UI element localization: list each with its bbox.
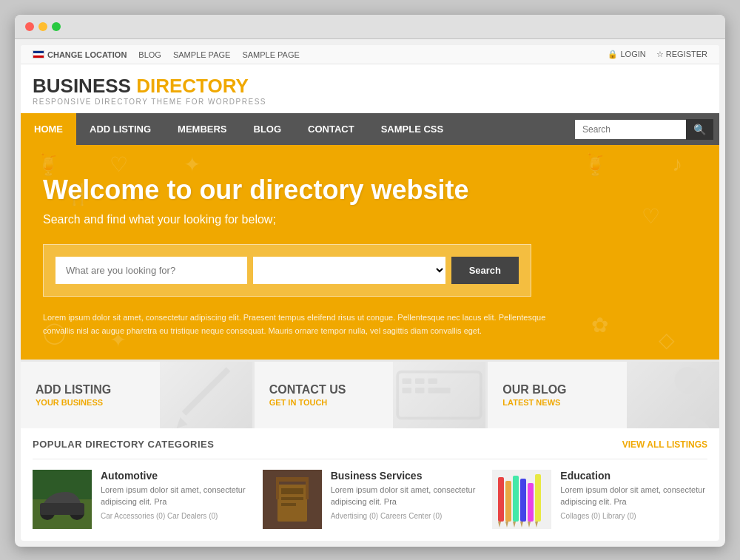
directory-header: POPULAR DIRECTORY CATEGORIES VIEW ALL LI… bbox=[33, 428, 707, 459]
hero-section: 🍹 ♡ ✦ 🍴 🍹 ♪ ♡ ◯ ✦ ◇ ✿ Welcome to our dir… bbox=[21, 145, 719, 360]
category-info-business: Business Services Lorem ipsum dolor sit … bbox=[331, 470, 478, 529]
category-tags-business: Advertising (0) Careers Center (0) bbox=[331, 512, 478, 520]
login-link[interactable]: 🔒 LOGIN bbox=[608, 50, 645, 59]
feature-card-title-2: OUR BLOG bbox=[502, 383, 566, 397]
category-education: Education Lorem ipsum dolor sit amet, co… bbox=[492, 470, 707, 529]
category-name-automotive: Automotive bbox=[101, 470, 248, 482]
deco-heart-icon: ♡ bbox=[110, 152, 128, 177]
directory-section: POPULAR DIRECTORY CATEGORIES VIEW ALL LI… bbox=[21, 428, 719, 541]
svg-rect-27 bbox=[520, 479, 526, 522]
maximize-button[interactable] bbox=[52, 22, 61, 31]
deco-music-icon: ♪ bbox=[672, 152, 682, 176]
directory-header-title: POPULAR DIRECTORY CATEGORIES bbox=[33, 439, 214, 450]
svg-rect-28 bbox=[528, 483, 534, 522]
browser-buttons bbox=[25, 22, 61, 31]
change-location[interactable]: CHANGE LOCATION bbox=[33, 50, 127, 59]
svg-rect-17 bbox=[281, 488, 303, 494]
nav-blog[interactable]: BLOG bbox=[240, 113, 295, 145]
top-bar: CHANGE LOCATION BLOG SAMPLE PAGE SAMPLE … bbox=[21, 45, 719, 64]
flag-icon bbox=[33, 50, 44, 58]
svg-rect-29 bbox=[535, 474, 541, 522]
hero-search-button[interactable]: Search bbox=[451, 257, 519, 284]
logo-tagline: RESPONSIVE DIRECTORY THEME FOR WORDPRESS bbox=[33, 98, 707, 106]
hero-search-input[interactable] bbox=[56, 257, 247, 284]
feature-card-our-blog[interactable]: OUR BLOG LATEST NEWS bbox=[488, 362, 719, 428]
feature-card-subtitle-1: GET IN TOUCH bbox=[269, 398, 346, 407]
svg-rect-5 bbox=[428, 379, 438, 385]
deco-cocktail-icon: 🍹 bbox=[36, 152, 61, 177]
category-desc-education: Lorem ipsum dolor sit amet, consectetur … bbox=[560, 485, 707, 507]
register-link[interactable]: ☆ REGISTER bbox=[656, 50, 707, 59]
close-button[interactable] bbox=[25, 22, 34, 31]
category-name-business: Business Services bbox=[331, 470, 478, 482]
svg-rect-24 bbox=[498, 477, 504, 522]
site-header: BUSINESS DIRECTORY RESPONSIVE DIRECTORY … bbox=[21, 64, 719, 113]
category-tags-automotive: Car Accessories (0) Car Dealers (0) bbox=[101, 512, 248, 520]
svg-rect-7 bbox=[415, 388, 425, 394]
svg-rect-18 bbox=[281, 497, 303, 500]
svg-marker-1 bbox=[176, 417, 187, 428]
feature-card-text-1: CONTACT US GET IN TOUCH bbox=[269, 383, 346, 407]
category-automotive: Automotive Lorem ipsum dolor sit amet, c… bbox=[33, 470, 248, 529]
feature-card-contact-us[interactable]: CONTACT US GET IN TOUCH bbox=[255, 362, 488, 428]
nav-search: 🔍 bbox=[575, 119, 713, 140]
category-info-education: Education Lorem ipsum dolor sit amet, co… bbox=[560, 470, 707, 529]
hero-search-box: Search bbox=[43, 244, 531, 297]
feature-card-title-1: CONTACT US bbox=[269, 383, 346, 397]
change-location-label: CHANGE LOCATION bbox=[47, 50, 127, 59]
hero-subtitle: Search and find what your looking for be… bbox=[43, 213, 697, 226]
svg-point-9 bbox=[674, 367, 701, 394]
category-desc-automotive: Lorem ipsum dolor sit amet, consectetur … bbox=[101, 485, 248, 507]
card-bg-keyboard bbox=[393, 362, 485, 428]
feature-cards: ADD LISTING YOUR BUSINESS bbox=[21, 360, 719, 428]
feature-card-add-listing[interactable]: ADD LISTING YOUR BUSINESS bbox=[21, 362, 255, 428]
feature-card-subtitle-2: LATEST NEWS bbox=[502, 398, 566, 407]
category-image-education bbox=[492, 470, 551, 529]
svg-rect-3 bbox=[403, 379, 412, 385]
category-image-automotive bbox=[33, 470, 92, 529]
svg-rect-19 bbox=[281, 503, 296, 506]
feature-card-text-0: ADD LISTING YOUR BUSINESS bbox=[36, 383, 111, 407]
logo-business: BUSINESS bbox=[33, 75, 131, 97]
nav-search-input[interactable] bbox=[575, 120, 686, 139]
logo-text: BUSINESS DIRECTORY bbox=[33, 76, 707, 95]
hero-lorem-text: Lorem ipsum dolor sit amet, consectetur … bbox=[43, 311, 561, 337]
nav-home[interactable]: HOME bbox=[21, 113, 76, 145]
category-desc-business: Lorem ipsum dolor sit amet, consectetur … bbox=[331, 485, 478, 507]
svg-rect-14 bbox=[40, 503, 84, 515]
logo-directory: DIRECTORY bbox=[136, 75, 249, 97]
browser-window: CHANGE LOCATION BLOG SAMPLE PAGE SAMPLE … bbox=[15, 15, 725, 547]
topbar-sample-page-link-1[interactable]: SAMPLE PAGE bbox=[173, 50, 230, 59]
minimize-button[interactable] bbox=[38, 22, 47, 31]
card-bg-pen bbox=[160, 362, 252, 428]
site-logo: BUSINESS DIRECTORY RESPONSIVE DIRECTORY … bbox=[33, 76, 707, 106]
category-name-education: Education bbox=[560, 470, 707, 482]
browser-content: CHANGE LOCATION BLOG SAMPLE PAGE SAMPLE … bbox=[21, 45, 719, 541]
feature-card-text-2: OUR BLOG LATEST NEWS bbox=[502, 383, 566, 407]
nav-items: HOME ADD LISTING MEMBERS BLOG CONTACT SA… bbox=[21, 113, 569, 145]
svg-line-0 bbox=[184, 369, 228, 414]
category-info-automotive: Automotive Lorem ipsum dolor sit amet, c… bbox=[101, 470, 248, 529]
topbar-sample-page-link-2[interactable]: SAMPLE PAGE bbox=[242, 50, 299, 59]
nav-members[interactable]: MEMBERS bbox=[164, 113, 240, 145]
svg-rect-4 bbox=[415, 379, 425, 385]
nav-sample-css[interactable]: SAMPLE CSS bbox=[368, 113, 457, 145]
category-grid: Automotive Lorem ipsum dolor sit amet, c… bbox=[33, 470, 707, 529]
category-business-services: Business Services Lorem ipsum dolor sit … bbox=[263, 470, 478, 529]
svg-rect-6 bbox=[403, 388, 412, 394]
hero-title: Welcome to our directory website bbox=[43, 175, 697, 206]
deco-cocktail2-icon: 🍹 bbox=[582, 152, 608, 177]
deco-star-icon: ✦ bbox=[184, 152, 201, 177]
svg-rect-22 bbox=[276, 477, 309, 482]
topbar-blog-link[interactable]: BLOG bbox=[138, 50, 161, 59]
nav-add-listing[interactable]: ADD LISTING bbox=[76, 113, 164, 145]
view-all-listings-link[interactable]: VIEW ALL LISTINGS bbox=[622, 439, 707, 450]
main-nav: HOME ADD LISTING MEMBERS BLOG CONTACT SA… bbox=[21, 113, 719, 145]
browser-titlebar bbox=[15, 15, 725, 39]
deco-diamond-icon: ◇ bbox=[659, 328, 675, 352]
top-bar-left: CHANGE LOCATION BLOG SAMPLE PAGE SAMPLE … bbox=[33, 50, 300, 59]
nav-search-button[interactable]: 🔍 bbox=[686, 119, 713, 140]
deco-leaf-icon: ✿ bbox=[591, 313, 608, 337]
hero-category-select[interactable] bbox=[253, 257, 445, 284]
nav-contact[interactable]: CONTACT bbox=[295, 113, 368, 145]
